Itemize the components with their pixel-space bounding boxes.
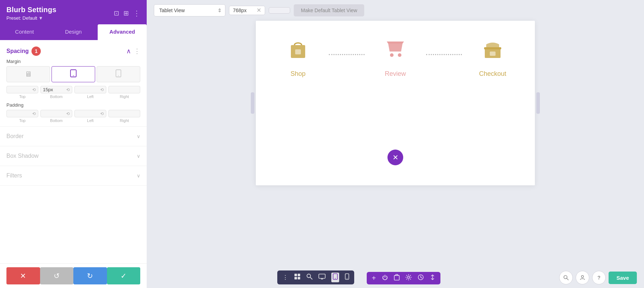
svg-rect-17 — [319, 274, 325, 278]
margin-bottom-group: ⟲ Bottom — [40, 86, 72, 99]
dotted-line-2 — [426, 54, 462, 55]
blurb-checkout[interactable]: Checkout — [464, 39, 521, 78]
boxshadow-section-header[interactable]: Box Shadow ∨ — [0, 146, 147, 166]
cancel-icon: ✕ — [20, 272, 26, 280]
toolbar-tablet-icon[interactable] — [331, 273, 339, 282]
border-section-header[interactable]: Border ∨ — [0, 127, 147, 146]
margin-bottom-input[interactable] — [43, 87, 66, 92]
toolbar-search-icon[interactable] — [306, 273, 313, 282]
toolbar-more-icon[interactable]: ⋮ — [282, 274, 288, 281]
help-circle-button[interactable]: ? — [592, 271, 606, 284]
redo-button[interactable]: ↻ — [73, 267, 107, 284]
width-input-wrap: ✕ — [229, 6, 265, 15]
padding-label: Padding — [0, 102, 147, 110]
device-desktop[interactable]: 🖥 — [6, 66, 50, 82]
panel-tabs: Content Design Advanced — [0, 24, 147, 40]
right-area: Tablet View Desktop View Phone View ⇕ ✕ … — [147, 0, 644, 288]
toolbar-mobile-icon[interactable] — [345, 273, 349, 282]
device-mobile[interactable] — [97, 66, 140, 82]
padding-left-group: ⟲ Left — [74, 110, 106, 123]
toolbar-expand-icon[interactable] — [430, 274, 435, 282]
padding-left-input[interactable] — [77, 111, 100, 116]
margin-right-input[interactable] — [111, 87, 138, 92]
svg-point-3 — [118, 75, 119, 76]
toolbar-layout-icon[interactable] — [294, 273, 301, 282]
redo-icon: ↻ — [87, 272, 93, 280]
svg-rect-9 — [490, 52, 496, 56]
cancel-button[interactable]: ✕ — [6, 267, 40, 284]
tab-content[interactable]: Content — [0, 24, 49, 40]
more-icon[interactable]: ⋮ — [133, 9, 140, 18]
svg-rect-14 — [298, 277, 300, 279]
confirm-button[interactable]: ✓ — [107, 267, 141, 284]
margin-bottom-link-icon[interactable]: ⟲ — [66, 87, 70, 92]
user-circle-button[interactable] — [576, 271, 589, 284]
toolbar-power-icon[interactable] — [382, 274, 388, 282]
toolbar-clock-icon[interactable] — [418, 274, 424, 282]
padding-bottom-link-icon[interactable]: ⟲ — [66, 111, 70, 116]
width-input[interactable] — [233, 8, 254, 13]
panel-body: Spacing 1 ∧ ⋮ Margin 🖥 — [0, 40, 147, 263]
padding-bottom-group: ⟲ Bottom — [40, 110, 72, 123]
padding-top-label: Top — [19, 118, 26, 123]
spacing-title: Spacing — [6, 48, 29, 54]
svg-point-7 — [398, 53, 401, 57]
toolbar-settings-icon[interactable] — [405, 274, 412, 282]
svg-point-29 — [408, 276, 410, 278]
padding-right-label: Right — [120, 118, 129, 123]
layout-icon[interactable]: ⊞ — [123, 9, 129, 17]
close-circle-icon: ✕ — [392, 153, 399, 162]
margin-top-input[interactable] — [9, 87, 32, 92]
spacing-more-btn[interactable]: ⋮ — [134, 47, 140, 55]
svg-rect-24 — [394, 275, 399, 280]
padding-left-link-icon[interactable]: ⟲ — [100, 111, 104, 116]
padding-bottom-input[interactable] — [43, 111, 66, 116]
make-default-button[interactable]: Make Default Tablet View — [294, 4, 364, 16]
canvas-drag-handle-left[interactable] — [251, 92, 254, 114]
svg-line-16 — [310, 277, 312, 279]
toolbar-desktop-icon[interactable] — [318, 274, 326, 281]
undo-icon: ↺ — [54, 272, 60, 280]
checkout-label: Checkout — [479, 70, 506, 78]
tab-advanced[interactable]: Advanced — [98, 24, 147, 40]
toolbar-delete-icon[interactable] — [394, 274, 400, 282]
spacing-badge: 1 — [31, 47, 41, 56]
top-bar: Tablet View Desktop View Phone View ⇕ ✕ … — [147, 0, 644, 21]
padding-right-input[interactable] — [111, 111, 138, 116]
undo-button[interactable]: ↺ — [40, 267, 74, 284]
blurb-review[interactable]: Review — [367, 39, 424, 78]
boxshadow-chevron-icon: ∨ — [137, 153, 140, 159]
padding-left-label: Left — [87, 118, 93, 123]
blurb-shop[interactable]: Shop — [269, 39, 327, 78]
shop-icon — [288, 39, 308, 64]
filters-section-header[interactable]: Filters ∨ — [0, 166, 147, 185]
filters-chevron-icon: ∨ — [137, 173, 140, 179]
margin-inputs: ⟲ Top ⟲ Bottom ⟲ Left — [0, 86, 147, 99]
tab-design[interactable]: Design — [49, 24, 98, 40]
review-label: Review — [385, 70, 406, 78]
svg-line-39 — [567, 278, 569, 280]
width-clear-icon[interactable]: ✕ — [257, 8, 261, 13]
maximize-icon[interactable]: ⊡ — [114, 9, 119, 17]
shop-label: Shop — [291, 70, 306, 78]
tablet-icon — [69, 69, 77, 79]
toolbar-add-icon[interactable]: + — [372, 274, 376, 282]
margin-top-link-icon[interactable]: ⟲ — [32, 87, 36, 92]
view-select[interactable]: Tablet View Desktop View Phone View — [154, 4, 225, 16]
padding-top-link-icon[interactable]: ⟲ — [32, 111, 36, 116]
svg-rect-12 — [298, 274, 300, 276]
margin-left-label: Left — [87, 94, 93, 99]
spacing-collapse-btn[interactable]: ∧ — [126, 48, 131, 54]
device-tablet[interactable] — [52, 66, 95, 82]
search-circle-button[interactable] — [559, 271, 573, 284]
save-button[interactable]: Save — [609, 272, 637, 284]
close-circle-button[interactable]: ✕ — [387, 150, 403, 165]
canvas-drag-handle-right[interactable] — [536, 92, 540, 114]
margin-right-group: Right — [108, 86, 140, 99]
bottom-actions: ✕ ↺ ↻ ✓ — [0, 263, 147, 288]
padding-top-input[interactable] — [9, 111, 32, 116]
margin-left-input[interactable] — [77, 87, 100, 92]
boxshadow-title: Box Shadow — [6, 153, 39, 159]
mobile-icon — [116, 69, 121, 79]
margin-left-link-icon[interactable]: ⟲ — [100, 87, 104, 92]
